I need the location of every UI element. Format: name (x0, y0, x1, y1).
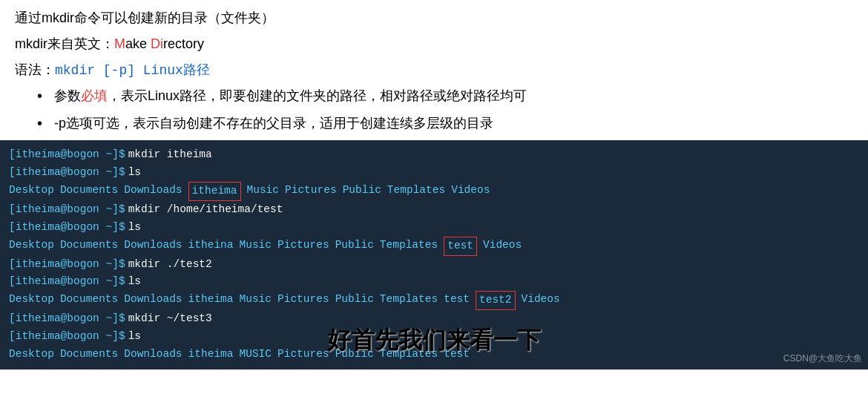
intro-line3: 语法：mkdir [-p] Linux路径 (15, 59, 853, 82)
term-line-6: [itheima@bogon ~]$ ls (9, 273, 859, 291)
bullet-item-1: • 参数必填，表示Linux路径，即要创建的文件夹的路径，相对路径或绝对路径均可 (37, 85, 853, 107)
content-area: 通过mkdir命令可以创建新的目录（文件夹） mkdir来自英文：Make Di… (0, 0, 868, 134)
term-line-1: [itheima@bogon ~]$ mkdir itheima (9, 146, 859, 164)
terminal-wrapper: [itheima@bogon ~]$ mkdir itheima [itheim… (0, 140, 868, 369)
term-ls-row-1: Desktop Documents Downloads itheima Musi… (9, 182, 859, 201)
bullet-list: • 参数必填，表示Linux路径，即要创建的文件夹的路径，相对路径或绝对路径均可… (37, 85, 853, 134)
intro-line1: 通过mkdir命令可以创建新的目录（文件夹） (15, 7, 853, 29)
bullet-item-2: • -p选项可选，表示自动创建不存在的父目录，适用于创建连续多层级的目录 (37, 113, 853, 134)
term-line-4: [itheima@bogon ~]$ ls (9, 219, 859, 237)
term-ls-row-3: Desktop Documents Downloads itheima Musi… (9, 291, 859, 310)
term-line-2: [itheima@bogon ~]$ ls (9, 164, 859, 182)
term-ls-row-2: Desktop Documents Downloads itheina Musi… (9, 237, 859, 256)
intro-line2: mkdir来自英文：Make Directory (15, 33, 853, 55)
watermark: CSDN@大鱼吃大鱼 (783, 352, 862, 367)
term-line-3: [itheima@bogon ~]$ mkdir /home/itheima/t… (9, 201, 859, 219)
overlay-text: 好首先我们来看一下 (327, 323, 541, 362)
term-line-5: [itheima@bogon ~]$ mkdir ./test2 (9, 256, 859, 274)
terminal: [itheima@bogon ~]$ mkdir itheima [itheim… (0, 140, 868, 369)
